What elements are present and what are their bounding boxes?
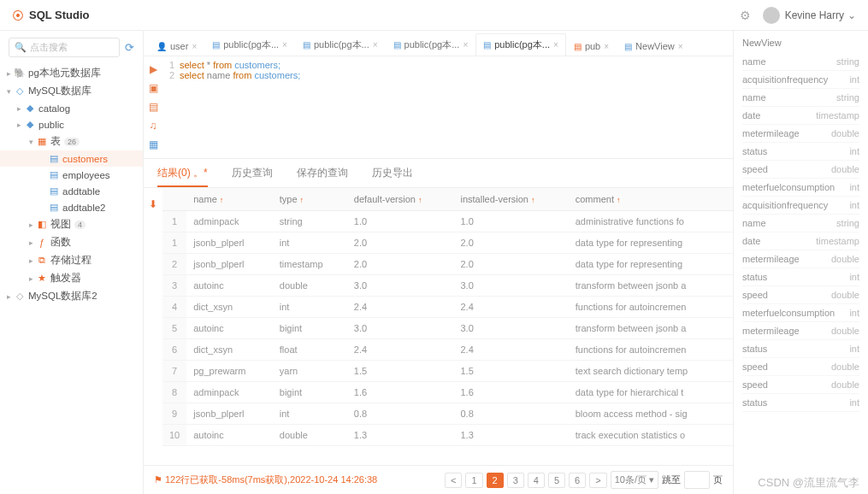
result-table: name↑ type↑ default-version↑ installed-v… [162, 188, 733, 446]
editor-tab[interactable]: ▤NewView× [617, 36, 691, 56]
stop-icon[interactable]: ▣ [149, 82, 158, 94]
col-type[interactable]: type↑ [273, 188, 347, 211]
page-num[interactable]: 1 [465, 473, 482, 488]
line-num: 1 [162, 60, 174, 70]
close-icon[interactable]: × [463, 40, 468, 50]
watermark: CSDN @流里流气李 [758, 475, 859, 491]
table-row[interactable]: 9jsonb_plperlint0.80.8bloom access metho… [162, 403, 733, 425]
page-next[interactable]: > [589, 473, 606, 488]
search-input[interactable]: 🔍 点击搜索 [9, 38, 120, 57]
tree-node[interactable]: ▤customers [0, 150, 143, 167]
property-row: statusint [742, 340, 859, 358]
refresh-icon[interactable]: ⟳ [125, 41, 134, 54]
close-icon[interactable]: × [373, 40, 378, 50]
table-row[interactable]: 10autoincdouble1.31.3track execution sta… [162, 425, 733, 446]
page-prev[interactable]: < [445, 473, 462, 488]
tree-node[interactable]: ▾◇MySQL数据库 [0, 82, 143, 100]
page-num[interactable]: 6 [569, 473, 586, 488]
tree-node[interactable]: ▤employees [0, 167, 143, 183]
property-row: meterfuelconsumptionint [742, 179, 859, 197]
table-row[interactable]: 7pg_prewarmyarn1.51.5text search diction… [162, 361, 733, 382]
table-row[interactable]: 1adminpackstring1.01.0administrative fun… [162, 211, 733, 232]
run-icon[interactable]: ▶ [150, 63, 157, 75]
tab-history-query[interactable]: 历史查询 [232, 166, 273, 187]
sidebar: 🔍 点击搜索 ⟳ ▸🐘pg本地元数据库▾◇MySQL数据库▸◆catalog▸◆… [0, 31, 144, 494]
col-installed-version[interactable]: installed-version↑ [454, 188, 569, 211]
close-icon[interactable]: × [604, 42, 609, 51]
editor-tab[interactable]: ▤public(pg本...× [204, 33, 295, 56]
close-icon[interactable]: × [192, 42, 197, 51]
col-comment[interactable]: comment↑ [569, 188, 733, 211]
property-row: statusint [742, 394, 859, 412]
table-row[interactable]: 6dict_xsynfloat2.42.4functions for autoi… [162, 339, 733, 361]
table-row[interactable]: 8adminpackbigint1.61.6data type for hier… [162, 382, 733, 403]
avatar[interactable] [763, 7, 780, 24]
tree-node[interactable]: ▸◆public [0, 116, 143, 132]
property-row: metermileagedouble [742, 250, 859, 268]
status-text: 122行已获取-58ms(7ms获取),2022-10-24 14:26:38 [165, 473, 377, 486]
property-row: speeddouble [742, 376, 859, 394]
tree-node[interactable]: ▸🐘pg本地元数据库 [0, 64, 143, 82]
page-num[interactable]: 2 [487, 473, 504, 488]
editor-tabs: 👤user×▤public(pg本...×▤public(pg本...×▤pub… [144, 31, 733, 56]
close-icon[interactable]: × [553, 40, 558, 50]
page-size-select[interactable]: 10条/页 ▾ [611, 471, 658, 489]
editor-tab[interactable]: ▤public(pg本...× [386, 33, 476, 56]
save-icon[interactable]: ▤ [149, 101, 158, 113]
table-row[interactable]: 2jsonb_plperltimestamp2.02.0data type fo… [162, 254, 733, 275]
tree-node[interactable]: ▸◧视图4 [0, 215, 143, 233]
line-num: 2 [162, 70, 174, 80]
tree-node[interactable]: ▸★触发器 [0, 269, 143, 287]
tree-node[interactable]: ▸⧉存储过程 [0, 251, 143, 269]
property-row: speeddouble [742, 358, 859, 376]
property-row: metermileagedouble [742, 322, 859, 340]
col-name[interactable]: name↑ [186, 188, 273, 211]
property-row: speeddouble [742, 286, 859, 304]
tree-node[interactable]: ▾▦表26 [0, 132, 143, 150]
settings-gear-icon[interactable]: ⚙ [740, 9, 751, 22]
property-row: statusint [742, 143, 859, 161]
editor-tab[interactable]: ▤public(pg本...× [475, 33, 566, 56]
table-row[interactable]: 3autoincdouble3.03.0transform between js… [162, 275, 733, 297]
music-icon[interactable]: ♫ [150, 120, 157, 132]
tab-history-export[interactable]: 历史导出 [372, 166, 413, 187]
editor-tab[interactable]: 👤user× [149, 36, 204, 56]
page-num[interactable]: 5 [548, 473, 565, 488]
property-row: statusint [742, 268, 859, 286]
list-icon[interactable]: ▦ [149, 138, 158, 150]
property-row: datetimestamp [742, 107, 859, 125]
property-row: acquisitionfrequencyint [742, 197, 859, 215]
table-row[interactable]: 5autoincbigint3.03.0transform between js… [162, 318, 733, 339]
tree-node[interactable]: ▤addtable2 [0, 199, 143, 215]
close-icon[interactable]: × [678, 42, 683, 51]
code-area[interactable]: 12 select * from customers; select name … [162, 56, 733, 158]
table-row[interactable]: 1jsonb_plperlint2.02.0data type for repr… [162, 232, 733, 254]
page-num[interactable]: 4 [528, 473, 545, 488]
close-icon[interactable]: × [282, 40, 287, 50]
property-row: namestring [742, 53, 859, 71]
tree-node[interactable]: ▸ƒ函数 [0, 233, 143, 251]
tab-saved-query[interactable]: 保存的查询 [297, 166, 348, 187]
chevron-down-icon[interactable]: ⌄ [847, 9, 856, 21]
panel-title: NewView [742, 38, 859, 48]
tree-node[interactable]: ▸◇MySQL数据库2 [0, 287, 143, 305]
editor-tab[interactable]: ▤public(pg本...× [295, 33, 386, 56]
property-row: acquisitionfrequencyint [742, 71, 859, 89]
search-placeholder: 点击搜索 [30, 41, 68, 54]
flag-icon: ⚑ [154, 474, 162, 485]
app-logo-icon: ⦿ [12, 9, 24, 22]
page-num[interactable]: 3 [507, 473, 524, 488]
sql-editor: ▶ ▣ ▤ ♫ ▦ 12 select * from customers; se… [144, 56, 733, 159]
properties-panel: NewView namestringacquisitionfrequencyin… [733, 31, 868, 494]
page-jump-input[interactable] [684, 471, 710, 489]
download-icon[interactable]: ⬇ [149, 198, 157, 465]
table-row[interactable]: 4dict_xsynint2.42.4functions for autoinc… [162, 297, 733, 318]
col-default-version[interactable]: default-version↑ [347, 188, 454, 211]
property-row: metermileagedouble [742, 125, 859, 143]
search-icon: 🔍 [15, 42, 27, 53]
tree-node[interactable]: ▸◆catalog [0, 100, 143, 116]
username[interactable]: Kevine Harry [785, 9, 844, 21]
tree-node[interactable]: ▤addtable [0, 183, 143, 199]
tab-results[interactable]: 结果(0) 。* [157, 166, 208, 187]
editor-tab[interactable]: ▤pub× [566, 36, 617, 56]
